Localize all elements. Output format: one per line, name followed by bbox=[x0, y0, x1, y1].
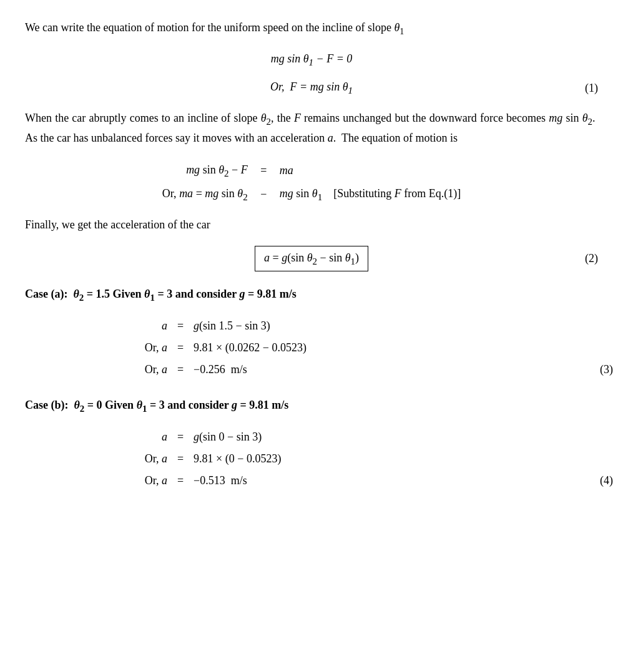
case-a-r1-eq: = bbox=[172, 315, 189, 337]
case-b-label: Case (b): θ2 = 0 Given θ1 = 3 and consid… bbox=[25, 396, 598, 416]
case-a-r3-value: −0.256 m/s bbox=[194, 361, 247, 379]
equation-block-2: a = g(sin θ2 − sin θ1) (2) bbox=[25, 246, 598, 272]
eq1-line1: mg sin θ1 − F = 0 bbox=[25, 50, 598, 70]
eq1-line2-content: Or, F = mg sin θ1 bbox=[270, 78, 353, 98]
case-b-r3-eq: = bbox=[172, 470, 189, 492]
sys1-lhs: mg sin θ2 − F bbox=[157, 159, 253, 183]
case-b-r1-eq: = bbox=[172, 426, 189, 448]
case-a-r1-lhs: a bbox=[122, 315, 172, 337]
case-a-row3: Or, a = −0.256 m/s (3) bbox=[122, 359, 501, 381]
case-b-r3-rhs: −0.513 m/s (4) bbox=[189, 470, 501, 492]
case-b-r1-lhs: a bbox=[122, 426, 172, 448]
case-a-row2: Or, a = 9.81 × (0.0262 − 0.0523) bbox=[122, 337, 501, 359]
case-a-r2-rhs: 9.81 × (0.0262 − 0.0523) bbox=[189, 337, 501, 359]
equation-block-1: mg sin θ1 − F = 0 Or, F = mg sin θ1 (1) bbox=[25, 50, 598, 98]
case-b-row3: Or, a = −0.513 m/s (4) bbox=[122, 470, 501, 492]
case-b-equations: a = g(sin 0 − sin 3) Or, a = 9.81 × (0 −… bbox=[122, 426, 501, 491]
eq4-number: (4) bbox=[600, 472, 613, 490]
theta1-symbol: θ bbox=[394, 21, 400, 34]
case-a-title: Case (a): bbox=[25, 288, 67, 300]
eq2-boxed-container: a = g(sin θ2 − sin θ1) bbox=[56, 246, 567, 272]
sys2-lhs: Or, ma = mg sin θ2 bbox=[157, 183, 253, 207]
case-b-r2-eq: = bbox=[172, 448, 189, 470]
case-b-r1-rhs: g(sin 0 − sin 3) bbox=[189, 426, 501, 448]
intro-paragraph: We can write the equation of motion for … bbox=[25, 19, 598, 39]
case-a-r3-eq: = bbox=[172, 359, 189, 381]
eq1-number: (1) bbox=[567, 79, 598, 97]
sys2-eq: − bbox=[253, 183, 275, 207]
sys1-rhs: ma bbox=[275, 159, 466, 183]
equation-system: mg sin θ2 − F = ma Or, ma = mg sin θ2 − … bbox=[157, 159, 466, 206]
case-b-r2-rhs: 9.81 × (0 − 0.0523) bbox=[189, 448, 501, 470]
sys2-rhs: mg sin θ1 [Substituting F from Eq.(1)] bbox=[275, 183, 466, 207]
main-content: We can write the equation of motion for … bbox=[25, 19, 598, 491]
eq2-number: (2) bbox=[567, 250, 598, 268]
case-a-r3-rhs: −0.256 m/s (3) bbox=[189, 359, 501, 381]
sys-row-2: Or, ma = mg sin θ2 − mg sin θ1 [Substitu… bbox=[157, 183, 466, 207]
case-a-r3-lhs: Or, a bbox=[122, 359, 172, 381]
case-b-r3-lhs: Or, a bbox=[122, 470, 172, 492]
case-a-equations: a = g(sin 1.5 − sin 3) Or, a = 9.81 × (0… bbox=[122, 315, 501, 380]
sys-row-1: mg sin θ2 − F = ma bbox=[157, 159, 466, 183]
case-b-row2: Or, a = 9.81 × (0 − 0.0523) bbox=[122, 448, 501, 470]
case-b-title: Case (b): bbox=[25, 399, 69, 411]
case-a-row1: a = g(sin 1.5 − sin 3) bbox=[122, 315, 501, 337]
case-a-r2-lhs: Or, a bbox=[122, 337, 172, 359]
case-b-r3-value: −0.513 m/s bbox=[194, 472, 247, 490]
case-a-r2-eq: = bbox=[172, 337, 189, 359]
eq3-number: (3) bbox=[600, 361, 613, 379]
eq1-line2-container: Or, F = mg sin θ1 (1) bbox=[25, 78, 598, 98]
case-b-row1: a = g(sin 0 − sin 3) bbox=[122, 426, 501, 448]
paragraph-3: Finally, we get the acceleration of the … bbox=[25, 216, 598, 235]
case-b-r2-lhs: Or, a bbox=[122, 448, 172, 470]
eq2-boxed: a = g(sin θ2 − sin θ1) bbox=[255, 246, 368, 272]
theta1-sub: 1 bbox=[400, 26, 404, 36]
sys1-eq: = bbox=[253, 159, 275, 183]
paragraph-2: When the car abruptly comes to an inclin… bbox=[25, 109, 598, 148]
eq1-line1-math: mg sin θ1 − F = 0 bbox=[271, 50, 353, 70]
case-a-r1-rhs: g(sin 1.5 − sin 3) bbox=[189, 315, 501, 337]
eq1-line2-math: Or, F = mg sin θ1 bbox=[56, 78, 567, 98]
case-a-label: Case (a): θ2 = 1.5 Given θ1 = 3 and cons… bbox=[25, 285, 598, 305]
